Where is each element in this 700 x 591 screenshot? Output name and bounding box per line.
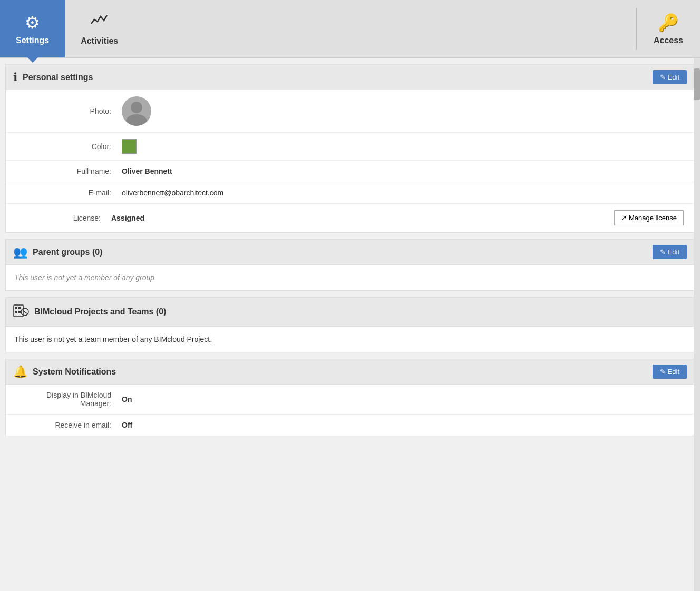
svg-rect-2 [18,307,21,309]
parent-groups-header-left: 👥 Parent groups (0) [13,245,102,259]
svg-rect-4 [18,311,21,313]
photo-value [122,96,684,126]
bimcloud-icon [13,303,29,321]
scrollbar-thumb[interactable] [694,68,700,100]
bimcloud-projects-header: BIMcloud Projects and Teams (0) [6,298,694,327]
license-value: Assigned [111,214,144,222]
photo-row: Photo: [6,90,694,133]
system-notifications-header-left: 🔔 System Notifications [13,365,116,379]
parent-groups-header: 👥 Parent groups (0) ✎ Edit [6,240,694,265]
parent-groups-empty: This user is not yet a member of any gro… [6,265,694,290]
fullname-row: Full name: Oliver Bennett [6,161,694,182]
receive-value: Off [122,421,684,429]
groups-icon: 👥 [13,245,27,259]
svg-rect-3 [15,311,17,313]
fullname-value: Oliver Bennett [122,167,684,175]
system-notifications-header: 🔔 System Notifications ✎ Edit [6,359,694,385]
color-row: Color: [6,133,694,161]
system-notifications-edit-button[interactable]: ✎ Edit [653,365,687,379]
fullname-label: Full name: [16,167,122,175]
top-navigation: ⚙ Settings Activities 🔑 Access [0,0,700,58]
email-value: oliverbennett@obarchitect.com [122,189,684,197]
system-notifications-section: 🔔 System Notifications ✎ Edit Display in… [5,359,695,436]
personal-settings-section: ℹ Personal settings ✎ Edit Photo: Color: [5,64,695,233]
manage-license-button[interactable]: ↗ Manage license [614,210,684,225]
access-label: Access [654,36,683,45]
activities-icon [90,12,109,33]
color-label: Color: [16,142,122,151]
bimcloud-projects-title: BIMcloud Projects and Teams (0) [34,307,166,317]
display-value: On [122,395,684,403]
bell-icon: 🔔 [13,365,27,379]
access-tab[interactable]: 🔑 Access [637,0,700,57]
activities-tab[interactable]: Activities [65,0,134,57]
email-label: E-mail: [16,189,122,197]
nav-spacer [134,0,636,57]
email-row: E-mail: oliverbennett@obarchitect.com [6,182,694,204]
personal-settings-title: Personal settings [23,73,93,82]
personal-settings-header-left: ℹ Personal settings [13,71,93,84]
display-row: Display in BIMcloud Manager: On [6,385,694,415]
access-icon: 🔑 [658,13,679,33]
settings-tab[interactable]: ⚙ Settings [0,0,65,57]
parent-groups-title: Parent groups (0) [33,248,102,257]
bimcloud-projects-header-left: BIMcloud Projects and Teams (0) [13,303,166,321]
parent-groups-edit-button[interactable]: ✎ Edit [653,245,687,259]
avatar [122,96,151,126]
receive-label: Receive in email: [16,421,122,429]
license-row: License: Assigned ↗ Manage license [6,204,694,232]
parent-groups-section: 👥 Parent groups (0) ✎ Edit This user is … [5,239,695,291]
system-notifications-title: System Notifications [33,367,116,377]
main-content: ℹ Personal settings ✎ Edit Photo: Color: [0,64,700,436]
activities-label: Activities [81,36,118,46]
display-label: Display in BIMcloud Manager: [16,391,122,408]
scrollbar[interactable] [694,58,700,442]
bimcloud-projects-empty: This user is not yet a team member of an… [6,327,694,352]
personal-settings-header: ℹ Personal settings ✎ Edit [6,65,694,90]
license-left: License: Assigned [16,214,144,222]
svg-rect-1 [15,307,17,309]
avatar-head [131,102,142,113]
info-icon: ℹ [13,71,17,84]
settings-label: Settings [16,36,49,45]
color-value [122,139,684,154]
personal-settings-edit-button[interactable]: ✎ Edit [653,70,687,84]
receive-row: Receive in email: Off [6,415,694,436]
bimcloud-projects-section: BIMcloud Projects and Teams (0) This use… [5,297,695,352]
photo-label: Photo: [16,107,122,115]
avatar-body [126,114,147,126]
settings-icon: ⚙ [25,13,40,33]
license-label: License: [16,214,111,222]
color-swatch[interactable] [122,139,137,154]
